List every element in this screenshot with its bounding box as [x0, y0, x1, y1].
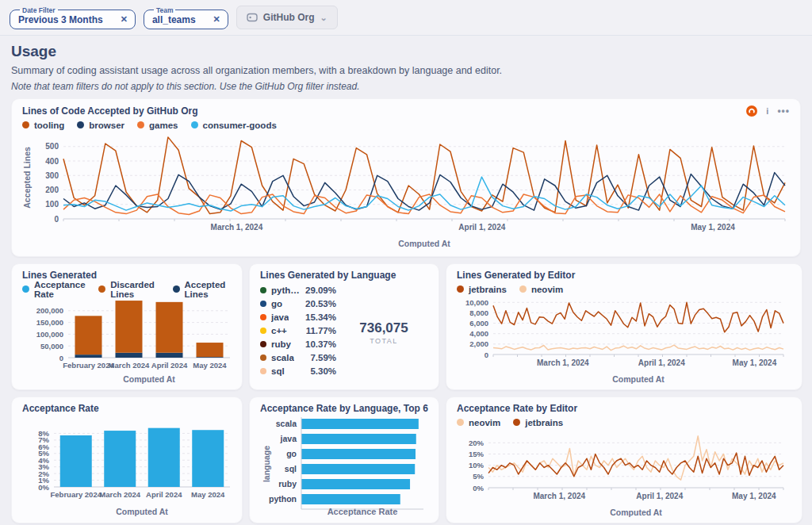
legend-item-python[interactable]: python29.09% — [260, 284, 336, 297]
bar-segment-Discarded Lines[interactable] — [116, 301, 143, 353]
donut-legend: python29.09% go20.53% java15.34% c++11.7… — [260, 284, 336, 378]
bar-segment-Discarded Lines[interactable] — [75, 316, 102, 354]
github-org-filter-button[interactable]: GitHub Org ⌄ — [236, 6, 338, 29]
date-filter[interactable]: Date Filter Previous 3 Months ✕ — [10, 6, 136, 29]
lines-generated-bar-chart[interactable]: 050,000100,000150,000200,000Computed AtF… — [22, 294, 233, 385]
legend-item-cpp[interactable]: c++11.77% — [260, 324, 336, 338]
bar-segment-Accepted Lines[interactable] — [156, 353, 183, 358]
legend-label: python — [271, 285, 301, 295]
legend-item-jetbrains[interactable]: jetbrains — [513, 418, 563, 427]
legend-dot-icon — [513, 419, 520, 426]
tag-icon — [247, 13, 258, 22]
legend-item-ruby[interactable]: ruby10.37% — [260, 338, 336, 351]
donut-total-label: TOTAL — [370, 337, 398, 345]
org-line-chart[interactable]: 0100200300400500Computed AtAccepted Line… — [22, 130, 791, 249]
team-filter-clear-icon[interactable]: ✕ — [213, 14, 220, 25]
bar-segment-Accepted Lines[interactable] — [197, 357, 224, 358]
bar-segment-Acceptance Rate[interactable] — [104, 431, 136, 487]
bar-go[interactable] — [301, 449, 416, 459]
y-tick-label: 400 — [45, 157, 59, 166]
legend-item-go[interactable]: go20.53% — [260, 297, 336, 311]
info-icon[interactable]: i — [766, 106, 768, 116]
legend-item-neovim[interactable]: neovim — [519, 285, 563, 294]
legend-item-tooling[interactable]: tooling — [22, 121, 64, 130]
legend-item-browser[interactable]: browser — [77, 121, 124, 130]
y-tick-label: 6,000 — [469, 319, 488, 328]
page-subtitle: Summary of coding assistant usage across… — [11, 65, 801, 76]
y-axis-title: language — [262, 446, 271, 482]
date-filter-clear-icon[interactable]: ✕ — [121, 14, 128, 25]
x-tick-label: March 1, 2024 — [211, 223, 263, 232]
series-line-neovim[interactable] — [493, 345, 783, 351]
page-note: Note that team filters do not apply to t… — [11, 81, 801, 92]
legend-item-neovim[interactable]: neovim — [457, 418, 500, 427]
legend-item-sql[interactable]: sql5.30% — [260, 365, 336, 378]
legend-item-consumer-goods[interactable]: consumer-goods — [191, 121, 277, 130]
legend-label: browser — [89, 121, 124, 130]
x-tick-label: April 1, 2024 — [636, 492, 683, 500]
acceptance-rate-bar-chart[interactable]: 0%1%2%3%4%5%6%7%8%Computed AtFebruary 20… — [22, 417, 233, 517]
series-line-consumer-goods[interactable] — [63, 177, 785, 211]
legend-label: go — [271, 299, 282, 308]
legend-dot-icon — [137, 121, 144, 128]
y-tick-label: 50,000 — [40, 342, 63, 351]
x-tick-label: March 2024 — [99, 490, 140, 499]
legend-label: scala — [271, 353, 294, 362]
legend-item-jetbrains[interactable]: jetbrains — [457, 285, 507, 294]
legend-label: neovim — [531, 285, 563, 294]
legend-dot-icon — [191, 121, 198, 128]
y-tick-label: 10% — [469, 461, 485, 469]
y-tick-label: 2,000 — [469, 339, 488, 348]
bar-python[interactable] — [301, 494, 400, 504]
chart-legend: Acceptance Rate Discarded Lines Accepted… — [22, 284, 232, 294]
legend-item-java[interactable]: java15.34% — [260, 311, 336, 324]
bar-ruby[interactable] — [301, 479, 410, 489]
category-label: java — [280, 434, 297, 443]
y-tick-label: 4,000 — [469, 329, 488, 338]
category-label: sql — [285, 464, 297, 473]
y-tick-label: 15% — [469, 450, 485, 458]
y-tick-label: 8,000 — [469, 308, 488, 317]
editor-line-chart[interactable]: 02,0004,0006,0008,00010,000Computed AtMa… — [457, 294, 791, 385]
series-line-jetbrains[interactable] — [493, 302, 783, 331]
bar-sql[interactable] — [301, 464, 415, 474]
ar-editor-line-chart[interactable]: 0%5%10%15%20%Computed AtMarch 1, 2024Apr… — [457, 427, 791, 518]
bar-segment-Acceptance Rate[interactable] — [148, 428, 180, 487]
legend-item-games[interactable]: games — [137, 121, 178, 130]
category-label: scala — [276, 419, 297, 428]
bar-segment-Discarded Lines[interactable] — [156, 302, 183, 353]
legend-dot-icon — [260, 354, 266, 361]
bar-segment-Discarded Lines[interactable] — [197, 343, 224, 357]
x-axis-title: Computed At — [610, 508, 662, 517]
date-filter-value[interactable]: Previous 3 Months — [18, 14, 103, 25]
bar-segment-Accepted Lines[interactable] — [116, 353, 143, 358]
legend-value: 20.53% — [305, 299, 336, 308]
bar-java[interactable] — [301, 434, 416, 444]
bar-segment-Accepted Lines[interactable] — [75, 354, 102, 358]
legend-dot-icon — [260, 314, 266, 320]
y-tick-label: 0 — [54, 215, 59, 224]
card-lines-by-editor: Lines Generated by Editor jetbrains neov… — [446, 263, 802, 390]
bar-segment-Acceptance Rate[interactable] — [60, 435, 92, 487]
chart-legend: tooling browser games consumer-goods — [22, 120, 790, 130]
ellipsis-menu-icon[interactable]: ••• — [777, 105, 790, 117]
language-donut-chart[interactable]: 736,075TOTAL — [336, 283, 431, 378]
bar-segment-Acceptance Rate[interactable] — [192, 430, 224, 487]
bar-scala[interactable] — [301, 419, 419, 429]
card-lines-generated: Lines Generated Acceptance Rate Discarde… — [11, 263, 243, 390]
legend-dot-icon — [260, 287, 266, 293]
team-filter[interactable]: Team all_teams ✕ — [144, 6, 228, 29]
chevron-down-icon: ⌄ — [320, 13, 327, 23]
x-tick-label: May 2024 — [191, 490, 225, 499]
y-tick-label: 10,000 — [465, 298, 488, 307]
team-filter-value[interactable]: all_teams — [152, 14, 196, 25]
legend-dot-icon — [22, 121, 29, 128]
ar-language-hbar-chart[interactable]: scalajavagosqlrubypythonAcceptance Ratel… — [260, 416, 430, 517]
legend-label: tooling — [34, 121, 64, 130]
y-tick-label: 300 — [45, 171, 59, 180]
y-tick-label: 0% — [473, 484, 484, 492]
series-line-browser[interactable] — [63, 173, 785, 211]
x-tick-label: February 2024 — [63, 361, 114, 370]
legend-item-scala[interactable]: scala7.59% — [260, 351, 336, 365]
x-tick-label: April 2024 — [146, 490, 182, 499]
